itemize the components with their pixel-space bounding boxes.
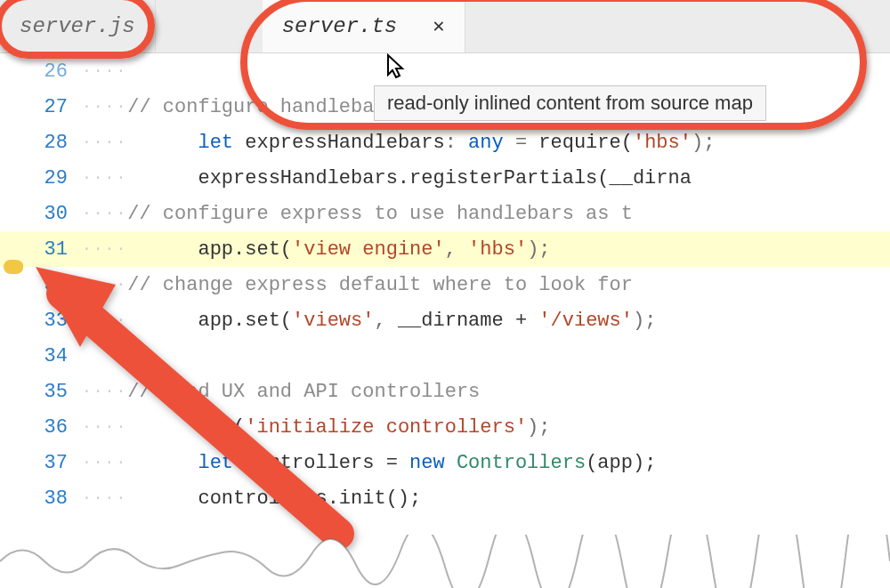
line-number: 33 [28, 310, 82, 332]
whitespace-indicator: ···· [82, 98, 127, 116]
code-line-highlighted: 31 ···· app.set('view engine', 'hbs'); [0, 231, 890, 267]
whitespace-indicator: ···· [82, 276, 127, 294]
tab-bar: server.js server.ts ✕ [0, 0, 890, 53]
whitespace-indicator: ···· [82, 454, 127, 471]
tab-label: server.ts [282, 14, 398, 38]
line-number: 37 [28, 452, 82, 474]
whitespace-indicator: ···· [82, 240, 127, 258]
line-number: 36 [28, 416, 82, 439]
tooltip: read-only inlined content from source ma… [374, 85, 766, 121]
line-number: 28 [28, 132, 82, 154]
tab-label: server.js [20, 14, 135, 38]
whitespace-indicator: ···· [82, 418, 127, 436]
line-number: 30 [28, 203, 82, 225]
line-number: 29 [28, 167, 82, 189]
breakpoint-icon[interactable] [4, 260, 23, 274]
line-number: 27 [28, 96, 82, 118]
code-line: 33 ···· app.set('views', __dirname + '/v… [0, 302, 890, 338]
whitespace-indicator: ···· [82, 489, 127, 507]
line-number: 34 [28, 345, 82, 367]
whitespace-indicator: ···· [82, 169, 127, 187]
line-number: 26 [28, 60, 82, 83]
line-number: 31 [28, 238, 82, 261]
cursor-pointer-icon [384, 53, 409, 89]
whitespace-indicator: ···· [82, 205, 127, 222]
whitespace-indicator: ···· [82, 133, 127, 151]
whitespace-indicator: ···· [82, 311, 127, 329]
whitespace-indicator: ···· [82, 383, 127, 400]
code-line: 29 ···· expressHandlebars.registerPartia… [0, 160, 890, 196]
line-number: 38 [28, 487, 82, 510]
close-icon[interactable]: ✕ [433, 14, 444, 38]
tab-server-js[interactable]: server.js [0, 0, 156, 52]
code-editor[interactable]: 26 ···· 27 ···· // configure handlebars … [0, 53, 890, 588]
line-number: 32 [28, 274, 82, 296]
whitespace-indicator: ···· [82, 62, 127, 80]
code-line: 26 ···· [0, 53, 890, 89]
tab-server-ts[interactable]: server.ts ✕ [263, 0, 465, 52]
line-number: 35 [28, 381, 82, 403]
